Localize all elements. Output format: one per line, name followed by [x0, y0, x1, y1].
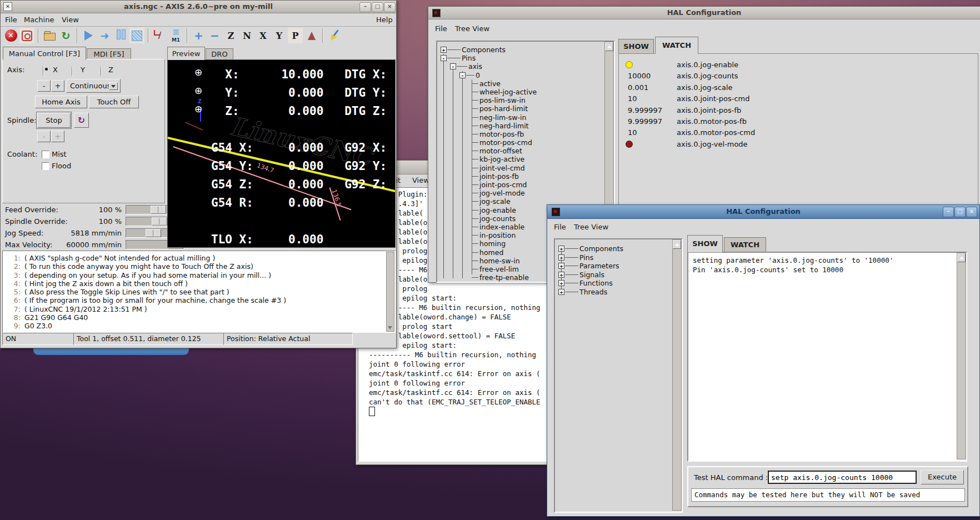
- tree-scrollbar[interactable]: [672, 239, 682, 511]
- tree-row[interactable]: - 0: [439, 71, 601, 79]
- touch-off-button[interactable]: Touch Off: [89, 96, 139, 108]
- preview-canvas[interactable]: LinuxCNC 134.7 136.5 Z ⊕ ⊕ ⊕ X: 10.000 D…: [167, 59, 396, 248]
- radio-axis-y[interactable]: [72, 66, 73, 77]
- hal-bottom-tree-panel[interactable]: + Components + Pins + Parameters + Signa…: [554, 238, 683, 513]
- tree-row[interactable]: jog-vel-mode: [439, 189, 601, 197]
- optional-pause-button[interactable]: M1: [168, 28, 183, 43]
- tree-expander[interactable]: +: [558, 280, 564, 286]
- minimize-button[interactable]: –: [359, 2, 371, 12]
- radio-axis-z[interactable]: [101, 66, 102, 77]
- gcode-line[interactable]: 5:( Also press the Toggle Skip Lines wit…: [5, 288, 286, 296]
- tree-expander[interactable]: -: [459, 72, 466, 78]
- watch-row[interactable]: 10000 axis.0.jog-counts: [619, 71, 974, 82]
- show-output-area[interactable]: setting parameter 'axis.0.jog-counts' to…: [687, 252, 967, 462]
- tree-row[interactable]: + Parameters: [557, 262, 668, 271]
- gcode-listing[interactable]: 1:( AXIS "splash g-code" Not intended fo…: [2, 251, 396, 333]
- tree-expander[interactable]: +: [558, 246, 564, 252]
- machine-power-button[interactable]: [19, 28, 34, 43]
- estop-button[interactable]: ✕: [3, 28, 18, 43]
- close-button[interactable]: ×: [384, 2, 396, 12]
- flood-checkbox[interactable]: [42, 162, 49, 170]
- gcode-line[interactable]: 6:( If the program is too big or small f…: [5, 296, 286, 304]
- watch-row[interactable]: 9.999997 axis.0.joint-pos-fb: [619, 105, 974, 116]
- menu-machine[interactable]: Machine: [24, 16, 54, 24]
- output-scrollbar[interactable]: [957, 253, 966, 459]
- open-file-button[interactable]: [42, 28, 57, 43]
- gcode-line[interactable]: 1:( AXIS "splash g-code" Not intended fo…: [5, 254, 286, 262]
- pause-button[interactable]: [113, 28, 128, 43]
- watch-row[interactable]: axis.0.jog-enable: [619, 59, 974, 71]
- minimize-button[interactable]: –: [943, 207, 954, 217]
- watch-row[interactable]: 0.001 axis.0.jog-scale: [619, 82, 974, 93]
- spindle-plus-button[interactable]: +: [51, 131, 64, 142]
- tree-row[interactable]: motor-offset: [439, 147, 601, 155]
- mist-checkbox[interactable]: [42, 151, 49, 158]
- close-button[interactable]: ×: [966, 207, 977, 217]
- tab-manual-control[interactable]: Manual Control [F3]: [3, 47, 86, 60]
- menu-file[interactable]: File: [435, 24, 447, 33]
- tab-dro[interactable]: DRO: [206, 48, 233, 60]
- watch-row[interactable]: axis.0.jog-vel-mode: [619, 139, 974, 150]
- view-perspective-button[interactable]: P: [288, 28, 303, 43]
- tab-watch[interactable]: WATCH: [724, 237, 766, 252]
- tree-row[interactable]: motor-pos-fb: [439, 130, 601, 138]
- gcode-line[interactable]: 8:G21 G90 G64 G40: [5, 313, 286, 322]
- zoom-out-button[interactable]: −: [207, 28, 222, 43]
- jog-minus-button[interactable]: -: [37, 80, 51, 92]
- scroll-up-arrow[interactable]: [673, 240, 681, 249]
- tree-row[interactable]: - Pins: [439, 54, 601, 62]
- tab-watch[interactable]: WATCH: [655, 37, 698, 54]
- tree-expander[interactable]: +: [441, 47, 447, 53]
- menu-file[interactable]: File: [554, 223, 566, 231]
- gcode-scrollbar[interactable]: [386, 252, 394, 332]
- spindle-reverse-button[interactable]: ↻: [74, 113, 89, 128]
- execute-button[interactable]: Execute: [921, 470, 964, 484]
- tree-row[interactable]: + Functions: [557, 279, 668, 288]
- tree-row[interactable]: joint-pos-cmd: [439, 181, 601, 189]
- menu-tree-view[interactable]: Tree View: [574, 223, 608, 231]
- menu-file[interactable]: File: [5, 16, 17, 24]
- menu-tree-view[interactable]: Tree View: [455, 24, 489, 33]
- tree-expander[interactable]: +: [558, 263, 564, 269]
- gcode-line[interactable]: 7:( LinuxCNC 19/1/2012 2:13:51 PM ): [5, 305, 286, 313]
- step-button[interactable]: ➜: [97, 28, 112, 43]
- jog-mode-dropdown[interactable]: Continuous: [66, 79, 121, 93]
- view-y-button[interactable]: Y: [272, 28, 287, 43]
- hal-command-input[interactable]: [768, 471, 917, 484]
- tree-row[interactable]: pos-lim-sw-in: [439, 96, 601, 104]
- menu-view[interactable]: View: [62, 16, 79, 24]
- tree-row[interactable]: wheel-jog-active: [439, 88, 601, 96]
- gcode-line[interactable]: 9:G0 Z3.0: [5, 322, 286, 330]
- tab-show[interactable]: SHOW: [618, 39, 654, 54]
- scroll-down-arrow[interactable]: [388, 326, 392, 329]
- tree-row[interactable]: + Threads: [557, 288, 668, 297]
- tree-expander[interactable]: -: [450, 63, 456, 69]
- view-z-button[interactable]: Z: [223, 28, 238, 43]
- tree-expander[interactable]: +: [558, 289, 564, 295]
- menu-view[interactable]: View: [412, 176, 429, 184]
- tree-row[interactable]: + Pins: [557, 253, 668, 262]
- tree-expander[interactable]: -: [441, 55, 447, 61]
- gcode-line[interactable]: 3:( depending on your setup. As if you h…: [5, 271, 286, 279]
- maximize-button[interactable]: □: [954, 207, 966, 217]
- tree-expander[interactable]: +: [558, 272, 564, 278]
- run-button[interactable]: [81, 28, 96, 43]
- tree-row[interactable]: + Components: [557, 244, 668, 253]
- watch-row[interactable]: 10 axis.0.motor-pos-cmd: [619, 127, 974, 138]
- tree-row[interactable]: + Signals: [557, 271, 668, 279]
- home-axis-button[interactable]: Home Axis: [35, 96, 87, 108]
- scroll-up-arrow[interactable]: [605, 42, 613, 51]
- menu-help[interactable]: Help: [376, 16, 393, 24]
- tree-row[interactable]: active: [439, 79, 601, 88]
- tree-row[interactable]: pos-hard-limit: [439, 104, 601, 113]
- tab-show[interactable]: SHOW: [687, 235, 723, 252]
- tree-row[interactable]: - axis: [439, 62, 601, 71]
- clear-plot-button[interactable]: [327, 28, 342, 43]
- tree-row[interactable]: neg-lim-sw-in: [439, 113, 601, 122]
- tree-row[interactable]: motor-pos-cmd: [439, 138, 601, 147]
- tree-row[interactable]: joint-pos-fb: [439, 172, 601, 181]
- scroll-up-arrow[interactable]: [957, 253, 966, 262]
- maximize-button[interactable]: □: [372, 2, 383, 12]
- rotate-view-button[interactable]: [304, 28, 319, 43]
- stop-button[interactable]: [129, 28, 144, 43]
